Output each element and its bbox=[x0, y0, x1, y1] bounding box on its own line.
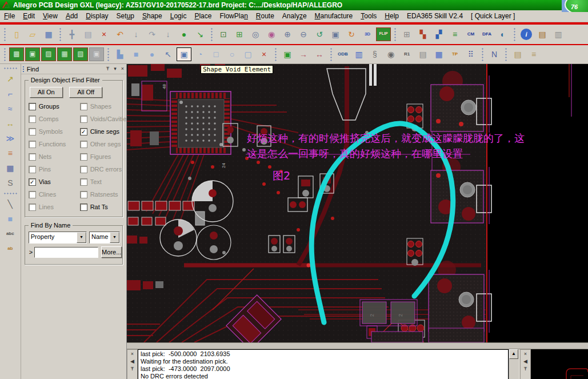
menu-item-view[interactable]: View bbox=[39, 11, 62, 21]
find-name-input[interactable] bbox=[34, 247, 98, 258]
net-topology-button[interactable]: N bbox=[487, 47, 502, 61]
color-dialog-button[interactable]: ▚ bbox=[415, 27, 430, 41]
custom-route-button[interactable]: ≫ bbox=[3, 131, 18, 145]
menu-item-display[interactable]: Display bbox=[82, 11, 112, 21]
color-priority-button[interactable]: ▞ bbox=[431, 27, 446, 41]
filter-checkbox-cline-segs[interactable]: ✓Cline segs bbox=[80, 125, 127, 138]
new-file-button[interactable]: ▯ bbox=[9, 27, 24, 41]
all-on-button[interactable]: All On bbox=[30, 87, 63, 98]
add-connect-button[interactable]: ↗ bbox=[3, 72, 18, 86]
void-polygon-button[interactable]: ▢ bbox=[241, 47, 255, 61]
snake-route-button[interactable]: S bbox=[3, 176, 18, 190]
all-off-button[interactable]: All Off bbox=[69, 87, 102, 98]
add-rectangle-button[interactable]: ■ bbox=[3, 212, 18, 226]
scroll-up-icon[interactable]: ▲ bbox=[509, 349, 518, 359]
name-dropdown[interactable]: Name ▼ bbox=[89, 232, 120, 244]
edit-text-button[interactable]: ab bbox=[3, 242, 18, 256]
menu-item-edit[interactable]: Edit bbox=[19, 11, 39, 21]
find-collapse-icon[interactable]: ▾ bbox=[111, 65, 119, 73]
menu-item-place[interactable]: Place bbox=[190, 11, 215, 21]
odb-export-button[interactable]: ODB bbox=[335, 47, 350, 61]
filter-checkbox-clines[interactable]: Clines bbox=[29, 188, 80, 201]
add-circle-button[interactable]: ● bbox=[145, 47, 159, 61]
menu-item-tools[interactable]: Tools bbox=[357, 11, 381, 21]
dimension-between-button[interactable]: ↔ bbox=[312, 47, 327, 61]
menu-item-eda365-skill-v2-4[interactable]: EDA365 Skill V2.4 bbox=[403, 11, 467, 21]
via-array-button[interactable]: ⠿ bbox=[463, 47, 478, 61]
add-line-button[interactable]: ╲ bbox=[3, 197, 18, 211]
pcb-canvas[interactable]: Shape Void Element bbox=[127, 64, 588, 342]
menu-item-help[interactable]: Help bbox=[381, 11, 403, 21]
shape-merge-button[interactable]: ▦ bbox=[57, 47, 72, 61]
filter-checkbox-pins[interactable]: Pins bbox=[29, 163, 80, 175]
zoom-world-button[interactable]: ▣ bbox=[328, 27, 343, 41]
filter-checkbox-ratsnests[interactable]: Ratsnests bbox=[80, 188, 127, 201]
redraw-button[interactable]: ↻ bbox=[344, 27, 359, 41]
menu-item-setup[interactable]: Setup bbox=[113, 11, 138, 21]
testpoint-button[interactable]: TP bbox=[447, 47, 462, 61]
void-circle-button[interactable]: ○ bbox=[225, 47, 239, 61]
layer-visibility-button[interactable]: ≡ bbox=[447, 27, 462, 41]
zoom-fit-button[interactable]: ⊡ bbox=[216, 27, 231, 41]
highlight-display-button[interactable]: ▣ bbox=[280, 47, 295, 61]
worldview-pin-icon[interactable]: Ŧ bbox=[522, 365, 529, 373]
dimension-pick-button[interactable]: → bbox=[296, 47, 311, 61]
filter-checkbox-comps[interactable]: Comps bbox=[29, 113, 80, 125]
redo-button[interactable]: ↷ bbox=[145, 27, 159, 41]
worldview-close-icon[interactable]: × bbox=[522, 350, 529, 358]
copy-button[interactable]: ▤ bbox=[81, 27, 95, 41]
shape-add-rect-button[interactable]: ▣ bbox=[25, 47, 40, 61]
user-guide-button[interactable]: ≡ bbox=[526, 47, 541, 61]
clipped-toolbar-button[interactable]: ▥ bbox=[551, 27, 566, 41]
save-button[interactable]: ▦ bbox=[41, 27, 56, 41]
add-text-button[interactable]: abc bbox=[3, 227, 18, 241]
route-corner-button[interactable]: ⌐ bbox=[3, 87, 18, 101]
console-scrollbar[interactable]: ▲ bbox=[509, 349, 518, 379]
auto-rename-button[interactable]: R1 bbox=[399, 47, 414, 61]
open-button[interactable]: ▱ bbox=[25, 27, 40, 41]
void-rect-button[interactable]: □ bbox=[209, 47, 223, 61]
next-button[interactable]: ↓ bbox=[161, 27, 175, 41]
more-button[interactable]: More... bbox=[101, 246, 122, 258]
add-rect-button[interactable]: ■ bbox=[129, 47, 143, 61]
delay-tune-button[interactable]: ≈ bbox=[3, 102, 18, 115]
filter-checkbox-shapes[interactable]: Shapes bbox=[80, 100, 127, 113]
find-close-icon[interactable]: × bbox=[119, 65, 126, 73]
grid-toggle-button[interactable]: ⊞ bbox=[399, 27, 414, 41]
filter-checkbox-other-segs[interactable]: Other segs bbox=[80, 138, 127, 150]
find-pin-icon[interactable]: Ŧ bbox=[104, 65, 111, 73]
shape-void-element-button[interactable]: ▣ bbox=[177, 47, 191, 61]
filter-checkbox-symbols[interactable]: Symbols bbox=[29, 125, 80, 138]
reports-button[interactable]: ▤ bbox=[415, 47, 430, 61]
pin-button[interactable]: ↘ bbox=[193, 27, 207, 41]
console-close-icon[interactable]: × bbox=[129, 350, 136, 358]
filter-checkbox-text[interactable]: Text bbox=[80, 175, 127, 188]
flip-design-button[interactable]: FLIP bbox=[376, 27, 391, 41]
delete-island-button[interactable]: × bbox=[257, 47, 271, 61]
menu-item-flowplan[interactable]: FlowPlan bbox=[215, 11, 251, 21]
shape-disabled-button[interactable]: ▣ bbox=[89, 47, 104, 61]
menu-item-file[interactable]: File bbox=[0, 11, 19, 21]
zoom-out-button[interactable]: ⊖ bbox=[296, 27, 311, 41]
via-structure-button[interactable]: ▦ bbox=[3, 161, 18, 175]
spread-lines-button[interactable]: ≡ bbox=[3, 146, 18, 160]
filter-checkbox-vias[interactable]: ✓Vias bbox=[29, 175, 80, 188]
menu-item-add[interactable]: Add bbox=[62, 11, 82, 21]
filter-checkbox-figures[interactable]: Figures bbox=[80, 150, 127, 163]
name-dropdown-arrow-icon[interactable]: ▼ bbox=[110, 232, 119, 243]
menu-item-shape[interactable]: Shape bbox=[138, 11, 166, 21]
move-button[interactable]: ╋ bbox=[65, 27, 79, 41]
filter-checkbox-voids-cavitie[interactable]: Voids/Cavitie bbox=[80, 113, 127, 125]
world-view-map[interactable] bbox=[531, 349, 588, 379]
find-panel-header[interactable]: Find Ŧ▾× bbox=[21, 64, 126, 74]
undo-button[interactable]: ↶ bbox=[113, 27, 127, 41]
menu-item-logic[interactable]: Logic bbox=[166, 11, 191, 21]
filter-checkbox-rat-ts[interactable]: Rat Ts bbox=[80, 201, 127, 213]
zoom-previous-button[interactable]: ↺ bbox=[312, 27, 327, 41]
constraint-manager-button[interactable]: CM bbox=[463, 27, 478, 41]
console-collapse-icon[interactable]: ◀ bbox=[129, 358, 136, 365]
worldview-collapse-icon[interactable]: ◀ bbox=[522, 358, 529, 365]
zoom-in-button[interactable]: ⊕ bbox=[280, 27, 295, 41]
menu-item-quick-layer[interactable]: [ Quick Layer ] bbox=[467, 11, 519, 21]
slide-button[interactable]: ↔ bbox=[3, 117, 18, 130]
